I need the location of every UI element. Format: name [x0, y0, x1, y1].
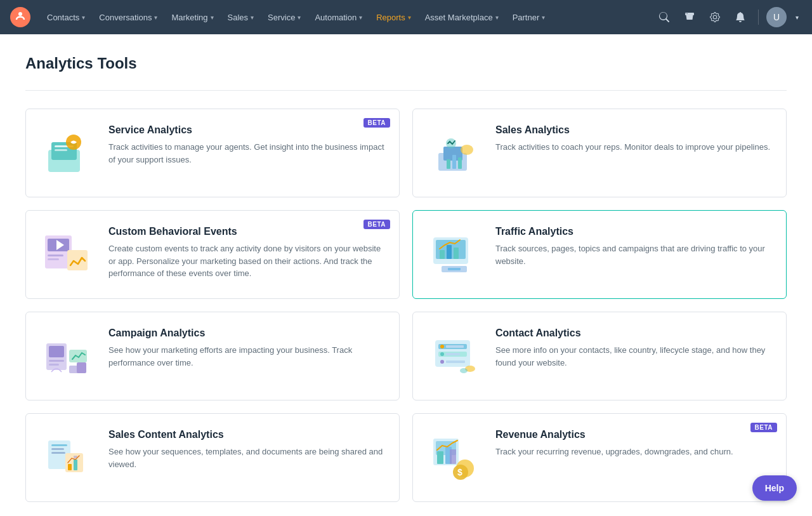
nav-item-conversations[interactable]: Conversations▾: [93, 9, 164, 26]
beta-badge: BETA: [363, 118, 390, 128]
help-button[interactable]: Help: [752, 475, 797, 501]
card-campaign-analytics[interactable]: Campaign Analytics See how your marketin…: [25, 312, 400, 400]
card-body-contact-analytics: Contact Analytics See more info on your …: [495, 327, 773, 369]
card-title-traffic-analytics: Traffic Analytics: [495, 226, 773, 237]
navbar: Contacts▾Conversations▾Marketing▾Sales▾S…: [0, 0, 812, 34]
page-divider: [25, 90, 787, 91]
nav-item-label: Sales: [228, 13, 249, 22]
svg-rect-43: [446, 361, 465, 363]
svg-point-1: [18, 12, 22, 16]
card-icon-revenue-analytics: $: [426, 429, 483, 486]
search-icon[interactable]: [654, 7, 674, 27]
nav-item-marketing[interactable]: Marketing▾: [165, 9, 219, 26]
chevron-down-icon: ▾: [298, 14, 301, 21]
card-title-custom-behavioral-events: Custom Behavioral Events: [108, 226, 386, 237]
page-content: Analytics Tools BETA Service Analytics T…: [0, 34, 812, 516]
beta-badge: BETA: [363, 220, 390, 229]
card-body-custom-behavioral-events: Custom Behavioral Events Create custom e…: [108, 226, 386, 280]
hubspot-logo[interactable]: [10, 7, 30, 27]
card-traffic-analytics[interactable]: Traffic Analytics Track sources, pages, …: [412, 210, 787, 299]
notifications-icon[interactable]: [730, 7, 750, 27]
card-title-contact-analytics: Contact Analytics: [495, 327, 773, 339]
nav-item-label: Marketing: [171, 13, 207, 22]
svg-rect-17: [48, 255, 63, 256]
nav-item-label: Partner: [513, 13, 540, 22]
card-icon-service-analytics: [39, 124, 96, 182]
svg-rect-33: [77, 362, 86, 373]
nav-item-label: Contacts: [47, 13, 79, 22]
nav-item-asset-marketplace[interactable]: Asset Marketplace▾: [419, 9, 505, 26]
nav-item-service[interactable]: Service▾: [261, 9, 307, 26]
account-chevron-icon[interactable]: ▾: [792, 7, 802, 27]
card-title-revenue-analytics: Revenue Analytics: [495, 429, 773, 440]
card-desc-traffic-analytics: Track sources, pages, topics and campaig…: [495, 242, 773, 267]
svg-text:$: $: [457, 467, 462, 477]
card-body-traffic-analytics: Traffic Analytics Track sources, pages, …: [495, 226, 773, 267]
svg-rect-58: [450, 449, 456, 464]
card-custom-behavioral-events[interactable]: BETA Custom Behavioral Events Create cus…: [25, 210, 400, 299]
analytics-cards-grid: BETA Service Analytics Track activities …: [25, 109, 787, 502]
svg-rect-23: [447, 245, 452, 259]
card-body-service-analytics: Service Analytics Track activities to ma…: [108, 124, 386, 166]
svg-point-42: [440, 360, 444, 364]
svg-rect-56: [437, 451, 443, 464]
card-icon-sales-analytics: [426, 124, 483, 182]
card-desc-sales-content-analytics: See how your sequences, templates, and d…: [108, 446, 386, 470]
svg-rect-49: [51, 452, 65, 454]
nav-item-partner[interactable]: Partner▾: [506, 9, 552, 26]
card-contact-analytics[interactable]: Contact Analytics See more info on your …: [412, 312, 787, 400]
svg-rect-52: [74, 460, 77, 470]
nav-item-contacts[interactable]: Contacts▾: [41, 9, 91, 26]
svg-rect-11: [458, 157, 462, 169]
svg-rect-29: [49, 360, 64, 362]
nav-item-automation[interactable]: Automation▾: [308, 9, 369, 26]
nav-icons: U ▾: [654, 7, 802, 27]
card-icon-sales-content-analytics: [39, 429, 96, 486]
card-title-service-analytics: Service Analytics: [108, 124, 386, 136]
svg-point-12: [461, 145, 473, 155]
svg-point-45: [460, 368, 468, 373]
nav-item-label: Reports: [376, 13, 405, 22]
svg-rect-37: [446, 345, 464, 348]
chevron-down-icon: ▾: [251, 14, 254, 21]
svg-rect-51: [68, 464, 72, 470]
svg-rect-18: [48, 258, 59, 260]
nav-items: Contacts▾Conversations▾Marketing▾Sales▾S…: [41, 9, 551, 26]
chevron-down-icon: ▾: [359, 14, 362, 21]
nav-item-label: Automation: [315, 13, 357, 22]
nav-item-reports[interactable]: Reports▾: [370, 9, 417, 26]
card-revenue-analytics[interactable]: BETA $ Revenue Analytics Track your recu…: [412, 413, 787, 502]
page-title: Analytics Tools: [25, 55, 787, 72]
card-icon-traffic-analytics: [426, 226, 483, 283]
chevron-down-icon: ▾: [495, 14, 499, 21]
svg-rect-40: [446, 353, 460, 355]
card-icon-custom-behavioral-events: [39, 226, 96, 283]
card-title-campaign-analytics: Campaign Analytics: [108, 327, 386, 339]
nav-item-sales[interactable]: Sales▾: [221, 9, 261, 26]
svg-rect-10: [452, 155, 456, 169]
chevron-down-icon: ▾: [154, 14, 157, 21]
svg-rect-22: [440, 250, 445, 259]
card-service-analytics[interactable]: BETA Service Analytics Track activities …: [25, 109, 400, 197]
card-icon-campaign-analytics: [39, 327, 96, 385]
marketplace-icon[interactable]: [679, 7, 700, 27]
svg-rect-30: [49, 364, 59, 366]
card-sales-analytics[interactable]: Sales Analytics Track activities to coac…: [412, 109, 787, 197]
svg-rect-5: [55, 149, 67, 151]
svg-rect-24: [454, 248, 459, 259]
svg-point-39: [440, 352, 444, 356]
card-title-sales-analytics: Sales Analytics: [495, 124, 773, 136]
chevron-down-icon: ▾: [82, 14, 85, 21]
settings-icon[interactable]: [705, 7, 725, 27]
card-sales-content-analytics[interactable]: Sales Content Analytics See how your seq…: [25, 413, 400, 502]
svg-rect-26: [448, 268, 461, 270]
card-desc-campaign-analytics: See how your marketing efforts are impac…: [108, 344, 386, 369]
card-desc-contact-analytics: See more info on your contacts, like cou…: [495, 344, 773, 369]
user-avatar[interactable]: U: [766, 7, 787, 27]
svg-rect-9: [447, 159, 450, 169]
card-desc-service-analytics: Track activities to manage your agents. …: [108, 141, 386, 166]
card-desc-sales-analytics: Track activities to coach your reps. Mon…: [495, 141, 773, 154]
chevron-down-icon: ▾: [211, 14, 214, 21]
svg-rect-31: [69, 350, 87, 362]
nav-item-label: Service: [268, 13, 295, 22]
